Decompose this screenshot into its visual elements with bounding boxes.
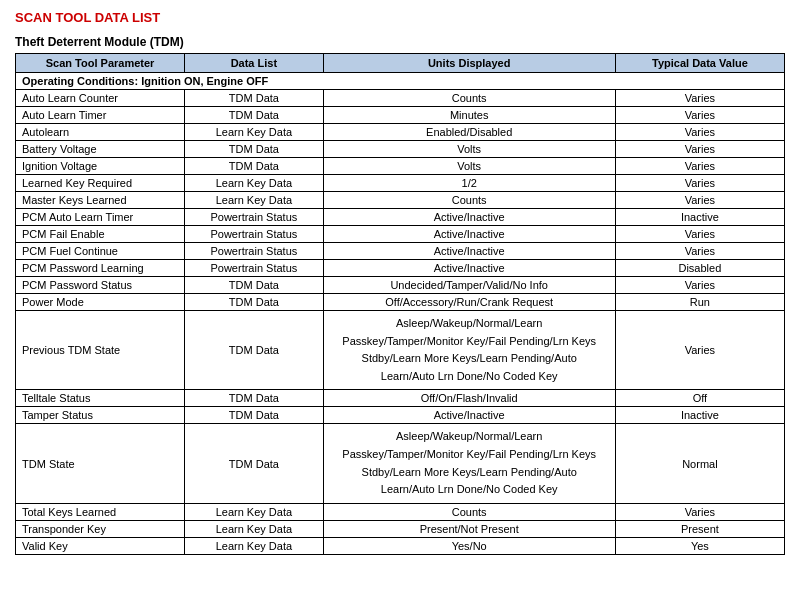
table-row: Tamper StatusTDM DataActive/InactiveInac… — [16, 407, 785, 424]
cell-typical: Varies — [615, 158, 784, 175]
cell-typical: Varies — [615, 226, 784, 243]
cell-datalist: TDM Data — [185, 294, 323, 311]
cell-typical: Normal — [615, 424, 784, 503]
table-row: Auto Learn CounterTDM DataCountsVaries — [16, 90, 785, 107]
cell-units: Counts — [323, 90, 615, 107]
cell-param: Autolearn — [16, 124, 185, 141]
cell-datalist: Learn Key Data — [185, 537, 323, 554]
cell-datalist: Learn Key Data — [185, 192, 323, 209]
cell-units: Volts — [323, 141, 615, 158]
table-row: Previous TDM StateTDM DataAsleep/Wakeup/… — [16, 311, 785, 390]
cell-datalist: TDM Data — [185, 141, 323, 158]
cell-param: Tamper Status — [16, 407, 185, 424]
cell-datalist: TDM Data — [185, 107, 323, 124]
table-row: PCM Fuel ContinuePowertrain StatusActive… — [16, 243, 785, 260]
cell-datalist: TDM Data — [185, 424, 323, 503]
table-row: Master Keys LearnedLearn Key DataCountsV… — [16, 192, 785, 209]
cell-datalist: Powertrain Status — [185, 243, 323, 260]
cell-units: Asleep/Wakeup/Normal/Learn Passkey/Tampe… — [323, 424, 615, 503]
cell-typical: Varies — [615, 90, 784, 107]
cell-units: Asleep/Wakeup/Normal/Learn Passkey/Tampe… — [323, 311, 615, 390]
cell-param: PCM Auto Learn Timer — [16, 209, 185, 226]
cell-datalist: Powertrain Status — [185, 209, 323, 226]
cell-param: PCM Password Learning — [16, 260, 185, 277]
cell-units: Undecided/Tamper/Valid/No Info — [323, 277, 615, 294]
cell-typical: Inactive — [615, 407, 784, 424]
cell-param: PCM Fail Enable — [16, 226, 185, 243]
section-title: Theft Deterrent Module (TDM) — [15, 35, 785, 49]
cell-datalist: Powertrain Status — [185, 226, 323, 243]
cell-param: Master Keys Learned — [16, 192, 185, 209]
cell-param: Valid Key — [16, 537, 185, 554]
cell-units: Active/Inactive — [323, 226, 615, 243]
cell-units: Active/Inactive — [323, 209, 615, 226]
table-row: Valid KeyLearn Key DataYes/NoYes — [16, 537, 785, 554]
cell-datalist: TDM Data — [185, 390, 323, 407]
cell-typical: Varies — [615, 141, 784, 158]
cell-units: Volts — [323, 158, 615, 175]
cell-datalist: Learn Key Data — [185, 124, 323, 141]
cell-param: Telltale Status — [16, 390, 185, 407]
table-row: TDM StateTDM DataAsleep/Wakeup/Normal/Le… — [16, 424, 785, 503]
cell-datalist: TDM Data — [185, 158, 323, 175]
table-row: PCM Auto Learn TimerPowertrain StatusAct… — [16, 209, 785, 226]
table-row: Ignition VoltageTDM DataVoltsVaries — [16, 158, 785, 175]
table-row: Learned Key RequiredLearn Key Data1/2Var… — [16, 175, 785, 192]
cell-typical: Yes — [615, 537, 784, 554]
cell-param: TDM State — [16, 424, 185, 503]
page-title: SCAN TOOL DATA LIST — [15, 10, 785, 25]
cell-typical: Varies — [615, 277, 784, 294]
header-typical: Typical Data Value — [615, 54, 784, 73]
table-row: PCM Password LearningPowertrain StatusAc… — [16, 260, 785, 277]
cell-units: Off/Accessory/Run/Crank Request — [323, 294, 615, 311]
cell-typical: Off — [615, 390, 784, 407]
header-datalist: Data List — [185, 54, 323, 73]
cell-units: Counts — [323, 192, 615, 209]
cell-datalist: Learn Key Data — [185, 503, 323, 520]
cell-param: Auto Learn Counter — [16, 90, 185, 107]
cell-typical: Varies — [615, 503, 784, 520]
cell-typical: Disabled — [615, 260, 784, 277]
cell-typical: Varies — [615, 243, 784, 260]
cell-param: Battery Voltage — [16, 141, 185, 158]
cell-param: Learned Key Required — [16, 175, 185, 192]
cell-datalist: TDM Data — [185, 407, 323, 424]
cell-param: PCM Fuel Continue — [16, 243, 185, 260]
cell-units: Minutes — [323, 107, 615, 124]
table-row: Power ModeTDM DataOff/Accessory/Run/Cran… — [16, 294, 785, 311]
cell-datalist: TDM Data — [185, 277, 323, 294]
cell-param: Ignition Voltage — [16, 158, 185, 175]
table-row: Transponder KeyLearn Key DataPresent/Not… — [16, 520, 785, 537]
cell-units: Present/Not Present — [323, 520, 615, 537]
cell-typical: Run — [615, 294, 784, 311]
cell-param: Transponder Key — [16, 520, 185, 537]
cell-datalist: Powertrain Status — [185, 260, 323, 277]
cell-units: Active/Inactive — [323, 260, 615, 277]
cell-typical: Varies — [615, 107, 784, 124]
cell-param: Auto Learn Timer — [16, 107, 185, 124]
table-row: Battery VoltageTDM DataVoltsVaries — [16, 141, 785, 158]
scan-tool-table: Scan Tool Parameter Data List Units Disp… — [15, 53, 785, 555]
header-units: Units Displayed — [323, 54, 615, 73]
header-param: Scan Tool Parameter — [16, 54, 185, 73]
cell-typical: Varies — [615, 192, 784, 209]
cell-units: 1/2 — [323, 175, 615, 192]
table-row: PCM Fail EnablePowertrain StatusActive/I… — [16, 226, 785, 243]
cell-param: Power Mode — [16, 294, 185, 311]
table-row: PCM Password StatusTDM DataUndecided/Tam… — [16, 277, 785, 294]
cell-param: Total Keys Learned — [16, 503, 185, 520]
operating-conditions: Operating Conditions: Ignition ON, Engin… — [16, 73, 785, 90]
cell-datalist: TDM Data — [185, 90, 323, 107]
cell-typical: Varies — [615, 124, 784, 141]
cell-typical: Inactive — [615, 209, 784, 226]
cell-typical: Varies — [615, 175, 784, 192]
cell-datalist: Learn Key Data — [185, 175, 323, 192]
cell-units: Enabled/Disabled — [323, 124, 615, 141]
cell-datalist: TDM Data — [185, 311, 323, 390]
table-row: Total Keys LearnedLearn Key DataCountsVa… — [16, 503, 785, 520]
cell-units: Active/Inactive — [323, 407, 615, 424]
cell-param: Previous TDM State — [16, 311, 185, 390]
cell-units: Off/On/Flash/Invalid — [323, 390, 615, 407]
table-row: Auto Learn TimerTDM DataMinutesVaries — [16, 107, 785, 124]
cell-units: Counts — [323, 503, 615, 520]
